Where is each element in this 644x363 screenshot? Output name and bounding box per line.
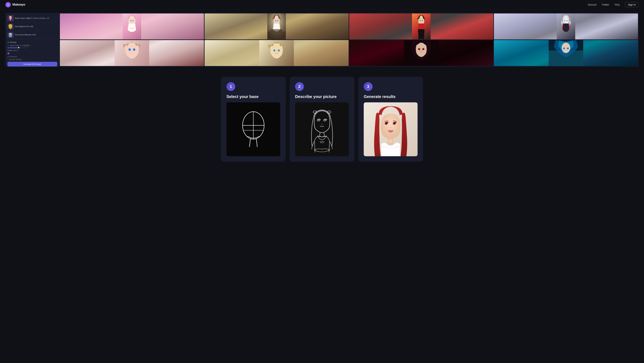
step-image-2 xyxy=(295,102,349,156)
list-item[interactable]: Samus Aran (Metroid) LoRA xyxy=(7,31,58,39)
step-badge-2: 2 xyxy=(295,82,304,91)
svg-point-8 xyxy=(130,20,132,21)
svg-point-15 xyxy=(275,20,276,21)
settings-title: ▼ Settings xyxy=(8,41,57,43)
list-item[interactable]: Dark Magician Girl LoRA xyxy=(7,23,58,31)
step-title-3: Generate results xyxy=(364,94,418,99)
lora-name-2: Dark Magician Girl LoRA xyxy=(15,26,33,28)
sidebar-panel: Miyako Saitou 斉藤宮子 | Oshi no Ko 推しの子 Dar… xyxy=(6,13,59,67)
grid-image-5[interactable] xyxy=(60,40,204,66)
svg-point-49 xyxy=(567,48,569,49)
svg-point-38 xyxy=(278,49,280,51)
svg-point-24 xyxy=(422,20,423,21)
svg-line-55 xyxy=(256,139,257,147)
svg-point-17 xyxy=(276,20,276,21)
logo-area: Makeayo xyxy=(6,2,25,8)
svg-point-41 xyxy=(418,48,420,50)
advanced-link[interactable]: ⚙ Advanced xyxy=(8,56,57,58)
step-badge-3: 3 xyxy=(364,82,372,91)
step-image-3 xyxy=(364,102,418,156)
image-grid xyxy=(59,13,638,67)
main: Miyako Saitou 斉藤宮子 | Oshi no Ko 推しの子 Dar… xyxy=(0,0,644,172)
steps-container: 1 Select your base xyxy=(221,77,423,162)
sign-in-button[interactable]: Sign In xyxy=(625,2,638,7)
svg-point-28 xyxy=(566,20,568,21)
svg-point-57 xyxy=(324,120,326,121)
svg-point-34 xyxy=(133,48,135,51)
count-dot[interactable] xyxy=(8,52,10,54)
header: Makeayo Discord Twitter FAQ Sign In xyxy=(0,0,644,10)
how-it-works-section: 1 Select your base xyxy=(0,67,644,172)
lora-thumb-1 xyxy=(8,15,14,21)
list-item[interactable]: Miyako Saitou 斉藤宮子 | Oshi no Ko 推しの子 xyxy=(7,14,58,23)
svg-point-9 xyxy=(132,20,134,21)
svg-point-33 xyxy=(128,48,131,51)
logo-icon xyxy=(6,2,11,8)
svg-point-10 xyxy=(131,20,131,21)
grid-image-3[interactable] xyxy=(349,14,493,39)
lora-thumb-3 xyxy=(8,32,14,38)
svg-point-11 xyxy=(133,20,134,21)
svg-point-56 xyxy=(318,120,320,121)
svg-rect-66 xyxy=(388,139,393,145)
svg-point-29 xyxy=(565,20,565,21)
image-count-row: Image count: 1 xyxy=(8,50,57,51)
app-preview: Miyako Saitou 斉藤宮子 | Oshi no Ko 推しの子 Dar… xyxy=(0,10,644,67)
svg-line-54 xyxy=(250,139,250,147)
grid-image-2[interactable] xyxy=(204,14,348,39)
grid-image-6[interactable] xyxy=(204,40,348,66)
svg-point-21 xyxy=(420,20,420,21)
grid-image-1[interactable] xyxy=(60,14,204,39)
svg-point-64 xyxy=(387,123,387,123)
svg-point-42 xyxy=(422,48,424,50)
grid-image-7[interactable] xyxy=(349,40,493,66)
lora-name-3: Samus Aran (Metroid) LoRA xyxy=(15,34,36,36)
step-card-1: 1 Select your base xyxy=(221,77,286,162)
svg-point-18 xyxy=(278,20,278,21)
nav-twitter[interactable]: Twitter xyxy=(602,3,609,6)
step-card-3: 3 Generate results xyxy=(358,77,423,162)
svg-point-30 xyxy=(567,20,568,21)
svg-point-47 xyxy=(562,43,570,53)
upscaler-link[interactable]: › Upscaler Settings xyxy=(8,59,57,61)
nav: Discord Twitter FAQ Sign In xyxy=(588,2,638,7)
svg-point-16 xyxy=(277,20,278,21)
aspect-ratio-row: <> Aspect Ratio: 1:1 512,512 ⌄ xyxy=(8,45,57,47)
svg-point-43 xyxy=(419,48,420,49)
nav-discord[interactable]: Discord xyxy=(588,3,596,6)
generate-button[interactable]: Generate [Ctrl+Enter] xyxy=(8,62,57,67)
nav-faq[interactable]: FAQ xyxy=(614,3,620,6)
svg-point-5 xyxy=(10,33,11,35)
svg-point-37 xyxy=(273,49,275,51)
step-title-2: Describe your picture xyxy=(295,94,349,99)
step-badge-1: 1 xyxy=(226,82,235,91)
svg-line-58 xyxy=(320,133,320,136)
step-image-1 xyxy=(226,102,280,156)
svg-point-22 xyxy=(422,20,423,21)
lora-thumb-2 xyxy=(8,24,14,30)
grid-image-4[interactable] xyxy=(494,14,638,39)
svg-line-59 xyxy=(324,133,324,136)
svg-point-65 xyxy=(395,123,395,123)
aspect-ratio-slider[interactable] xyxy=(8,48,28,48)
logo-text: Makeayo xyxy=(12,3,25,7)
svg-point-3 xyxy=(10,25,11,27)
svg-point-23 xyxy=(420,20,420,21)
grid-image-8[interactable] xyxy=(494,40,638,66)
svg-point-62 xyxy=(386,123,387,124)
svg-point-63 xyxy=(394,123,395,124)
svg-point-48 xyxy=(563,48,565,49)
svg-point-1 xyxy=(10,16,11,18)
svg-point-27 xyxy=(564,20,566,21)
step-card-2: 2 Describe your picture xyxy=(290,77,354,162)
step-title-1: Select your base xyxy=(226,94,280,99)
svg-point-44 xyxy=(423,48,424,49)
lora-name-1: Miyako Saitou 斉藤宮子 | Oshi no Ko 推しの子 xyxy=(15,17,50,19)
settings-section: ▼ Settings <> Aspect Ratio: 1:1 512,512 … xyxy=(7,40,58,67)
